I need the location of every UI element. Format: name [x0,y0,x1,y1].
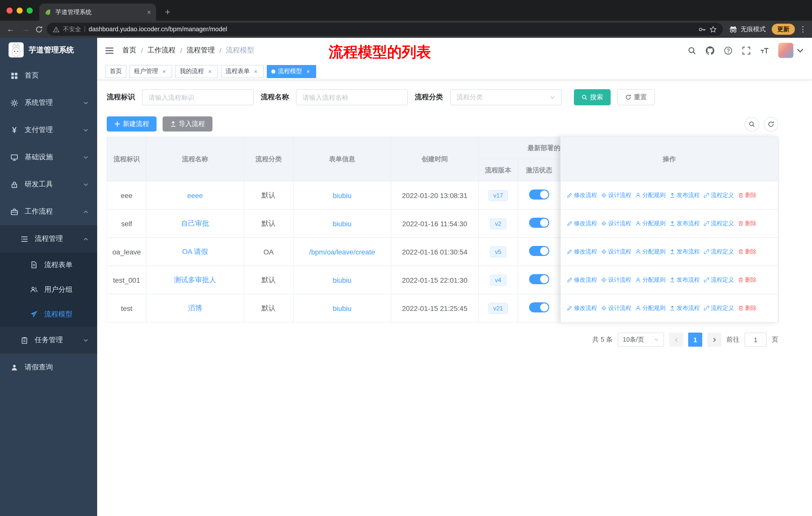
tag-close-icon[interactable]: × [304,68,312,75]
github-icon[interactable] [706,46,714,55]
action-分配规则-link[interactable]: 分配规则 [635,248,666,255]
active-status-toggle[interactable] [529,246,549,256]
action-删除-link[interactable]: 删除 [738,248,757,255]
key-icon[interactable] [698,25,706,33]
sidebar-item-流程模型[interactable]: 流程模型 [0,302,97,327]
form-info-link[interactable]: /bpm/oa/leave/create [309,248,375,256]
category-select[interactable]: 流程分类 [450,89,562,105]
action-发布流程-link[interactable]: 发布流程 [670,220,700,227]
breadcrumb-item-工作流程[interactable]: 工作流程 [147,46,176,55]
action-流程定义-link[interactable]: 流程定义 [704,191,734,199]
new-tab-icon[interactable]: + [161,5,174,19]
sidebar-item-任务管理[interactable]: 任务管理 [0,327,97,354]
action-设计流程-link[interactable]: 设计流程 [601,220,631,227]
tag-我的流程[interactable]: 我的流程× [175,65,218,78]
tab-close-icon[interactable]: × [147,8,151,16]
tag-close-icon[interactable]: × [161,68,168,75]
action-修改流程-link[interactable]: 修改流程 [567,304,597,312]
process-name-link[interactable]: eeee [187,191,203,199]
tag-close-icon[interactable]: × [206,68,213,75]
window-zoom-button[interactable] [27,7,33,13]
active-status-toggle[interactable] [529,218,549,228]
action-分配规则-link[interactable]: 分配规则 [635,276,666,284]
sidebar-item-研发工具[interactable]: 研发工具 [0,171,97,198]
active-status-toggle[interactable] [529,189,549,199]
create-process-button[interactable]: 新建流程 [107,116,156,132]
user-avatar[interactable] [778,43,805,58]
refresh-table-button[interactable] [764,117,778,131]
process-name-link[interactable]: 自己审批 [181,219,209,227]
action-发布流程-link[interactable]: 发布流程 [670,304,700,312]
action-流程定义-link[interactable]: 流程定义 [704,220,734,227]
bookmark-star-icon[interactable] [709,25,717,33]
browser-menu-dots-icon[interactable]: ⋮ [799,25,807,34]
sidebar-item-首页[interactable]: 首页 [0,62,97,89]
sidebar-item-用户分组[interactable]: 用户分组 [0,277,97,302]
search-icon[interactable] [688,46,696,55]
breadcrumb-item-首页[interactable]: 首页 [122,46,137,55]
active-status-toggle[interactable] [529,274,549,284]
action-设计流程-link[interactable]: 设计流程 [601,248,631,255]
form-info-link[interactable]: biubiu [333,191,352,199]
sidebar-item-流程管理[interactable]: 流程管理 [0,225,97,252]
forward-icon[interactable]: → [20,24,31,35]
prev-page-button[interactable] [669,332,683,347]
help-icon[interactable] [724,46,732,55]
hamburger-icon[interactable] [105,46,114,55]
action-修改流程-link[interactable]: 修改流程 [567,248,597,255]
action-发布流程-link[interactable]: 发布流程 [670,191,700,199]
window-minimize-button[interactable] [17,7,23,13]
active-status-toggle[interactable] [529,302,549,313]
action-删除-link[interactable]: 删除 [738,276,757,284]
action-分配规则-link[interactable]: 分配规则 [635,191,666,199]
toggle-search-button[interactable] [745,117,759,131]
sidebar-item-基础设施[interactable]: 基础设施 [0,144,97,171]
breadcrumb-item-流程管理[interactable]: 流程管理 [187,46,215,55]
form-info-link[interactable]: biubiu [333,219,352,227]
process-id-input[interactable] [142,89,254,105]
action-删除-link[interactable]: 删除 [738,220,757,227]
tag-close-icon[interactable]: × [252,68,259,75]
process-name-link[interactable]: OA 请假 [182,247,208,255]
action-流程定义-link[interactable]: 流程定义 [704,304,734,312]
process-name-input[interactable] [296,89,408,105]
sidebar-item-工作流程[interactable]: 工作流程 [0,198,97,225]
fullscreen-icon[interactable] [742,46,751,55]
tag-流程表单[interactable]: 流程表单× [221,65,264,78]
action-修改流程-link[interactable]: 修改流程 [567,220,597,227]
action-修改流程-link[interactable]: 修改流程 [567,191,597,199]
search-button[interactable]: 搜索 [574,89,611,105]
sidebar-item-请假查询[interactable]: 请假查询 [0,354,97,381]
action-删除-link[interactable]: 删除 [738,304,757,312]
form-info-link[interactable]: biubiu [333,276,352,284]
action-设计流程-link[interactable]: 设计流程 [601,276,631,284]
action-设计流程-link[interactable]: 设计流程 [601,191,631,199]
goto-page-input[interactable] [745,332,767,347]
process-name-link[interactable]: 测试多审批人 [174,275,216,283]
action-设计流程-link[interactable]: 设计流程 [601,304,631,312]
update-button[interactable]: 更新 [772,24,795,35]
page-size-select[interactable]: 10条/页 [618,332,664,347]
action-修改流程-link[interactable]: 修改流程 [567,276,597,284]
action-发布流程-link[interactable]: 发布流程 [670,248,700,255]
reset-button[interactable]: 重置 [617,89,655,105]
tag-首页[interactable]: 首页 [105,65,126,78]
tag-租户管理[interactable]: 租户管理× [129,65,172,78]
back-icon[interactable]: ← [5,24,16,35]
reload-icon[interactable] [35,25,43,33]
action-发布流程-link[interactable]: 发布流程 [670,276,700,284]
font-size-icon[interactable] [760,46,769,55]
action-分配规则-link[interactable]: 分配规则 [635,220,666,227]
window-close-button[interactable] [6,7,12,13]
action-删除-link[interactable]: 删除 [738,191,757,199]
next-page-button[interactable] [707,332,721,347]
browser-tab[interactable]: 芋道管理系统 × [39,3,156,21]
import-process-button[interactable]: 导入流程 [163,116,212,132]
tag-流程模型[interactable]: 流程模型× [267,65,316,78]
action-分配规则-link[interactable]: 分配规则 [635,304,666,312]
sidebar-item-系统管理[interactable]: 系统管理 [0,89,97,116]
sidebar-item-支付管理[interactable]: 支付管理 [0,116,97,144]
current-page-button[interactable]: 1 [688,332,702,347]
action-流程定义-link[interactable]: 流程定义 [704,276,734,284]
url-bar[interactable]: 不安全 dashboard.yudao.iocoder.cn/bpm/manag… [47,23,723,36]
